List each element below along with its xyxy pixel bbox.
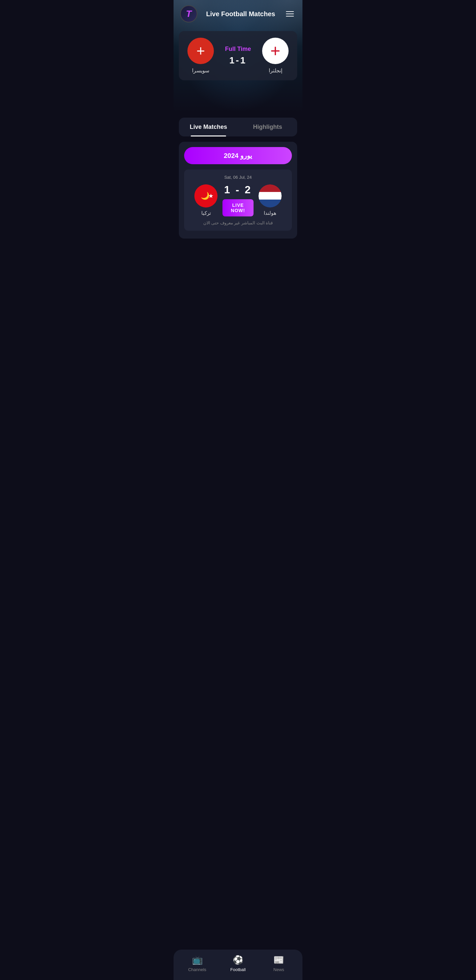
page-title: Live Football Matches	[201, 10, 281, 18]
featured-match-card: سويسرا Full Time 1-1 إنجلترا	[179, 31, 297, 80]
football-label: Football	[231, 967, 245, 972]
match-status: Full Time	[225, 46, 251, 52]
netherlands-flag	[258, 185, 282, 207]
nav-item-channels[interactable]: 📺 Channels	[177, 955, 218, 972]
nav-item-football[interactable]: ⚽ Football	[218, 955, 258, 972]
app-logo: T	[180, 5, 197, 22]
team2-match-name: هولندا	[264, 210, 276, 216]
news-label: News	[273, 967, 284, 972]
channel-info: قناة البث المباشر غير معروف حتى الان	[189, 220, 287, 225]
top-navigation: T Live Football Matches	[174, 0, 302, 28]
football-icon: ⚽	[233, 955, 243, 965]
match-score-section: 1 - 2 LIVE NOW!	[223, 184, 253, 216]
menu-line-2	[286, 14, 294, 14]
match-team2: هولندا	[253, 185, 287, 216]
bottom-navigation: 📺 Channels ⚽ Football 📰 News	[174, 950, 302, 980]
team2-block: إنجلترا	[259, 38, 292, 74]
menu-button[interactable]	[284, 8, 296, 20]
main-content: يورو 2024 Sat, 06 Jul, 24 تركيا 1 - 2 LI…	[174, 142, 302, 340]
menu-line-3	[286, 16, 294, 16]
live-now-button[interactable]: LIVE NOW!	[223, 199, 253, 216]
match-score: 1 - 2	[224, 184, 252, 196]
featured-match-score: 1-1	[229, 55, 247, 66]
team1-name: سويسرا	[192, 67, 209, 74]
tab-highlights[interactable]: Highlights	[238, 118, 297, 137]
match-date: Sat, 06 Jul, 24	[189, 175, 287, 180]
match-card: Sat, 06 Jul, 24 تركيا 1 - 2 LIVE NOW!	[184, 170, 292, 231]
match-team1: تركيا	[189, 185, 223, 216]
match-center: Full Time 1-1	[217, 46, 259, 66]
turkey-flag	[194, 185, 218, 207]
news-icon: 📰	[273, 955, 284, 965]
matches-section: يورو 2024 Sat, 06 Jul, 24 تركيا 1 - 2 LI…	[179, 142, 297, 239]
netherlands-flag-inner	[258, 185, 282, 207]
team1-block: سويسرا	[184, 38, 217, 74]
england-flag	[262, 38, 288, 64]
tab-live-matches[interactable]: Live Matches	[179, 118, 238, 137]
switzerland-flag	[188, 38, 214, 64]
match-card-body: تركيا 1 - 2 LIVE NOW! هولندا	[189, 184, 287, 216]
header: T Live Football Matches سويسرا Full Time…	[174, 0, 302, 112]
channels-icon: 📺	[192, 955, 203, 965]
nav-item-news[interactable]: 📰 News	[258, 955, 299, 972]
tournament-badge: يورو 2024	[184, 147, 292, 164]
team1-match-name: تركيا	[201, 210, 211, 216]
menu-line-1	[286, 11, 294, 12]
team2-name: إنجلترا	[269, 67, 282, 74]
tabs-container: Live Matches Highlights	[179, 118, 297, 137]
bottom-spacer	[174, 241, 302, 274]
channels-label: Channels	[188, 967, 206, 972]
